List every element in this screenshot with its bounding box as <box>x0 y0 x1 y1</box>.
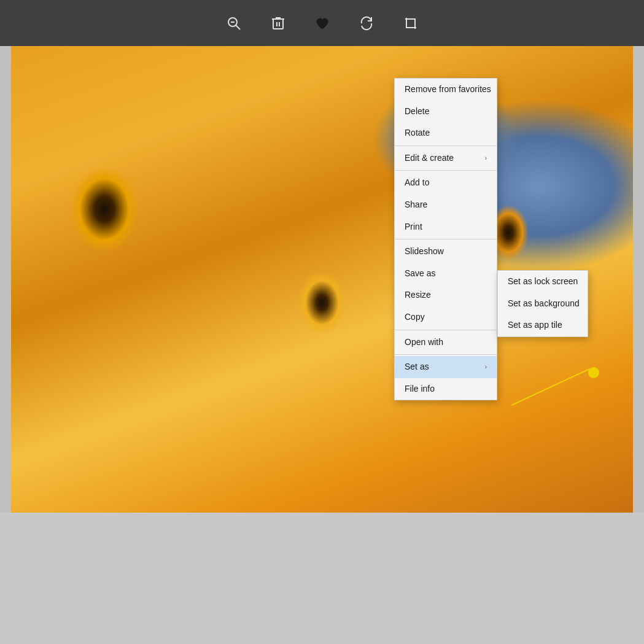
menu-item-remove-favorites[interactable]: Remove from favorites <box>395 79 497 101</box>
menu-item-open-with[interactable]: Open with <box>395 332 497 354</box>
menu-item-delete[interactable]: Delete <box>395 101 497 123</box>
svg-line-1 <box>236 25 240 29</box>
menu-divider-4 <box>395 330 497 330</box>
rotate-icon[interactable] <box>357 14 376 33</box>
bottom-panel <box>0 513 644 644</box>
menu-item-share[interactable]: Share <box>395 194 497 216</box>
menu-divider-1 <box>395 145 497 146</box>
menu-divider-2 <box>395 170 497 171</box>
menu-item-print[interactable]: Print <box>395 216 497 238</box>
menu-item-save-as[interactable]: Save as <box>395 263 497 285</box>
set-as-arrow-icon: › <box>485 363 487 371</box>
svg-rect-3 <box>273 19 283 29</box>
menu-item-resize[interactable]: Resize <box>395 284 497 306</box>
menu-item-rotate[interactable]: Rotate <box>395 122 497 144</box>
delete-icon[interactable] <box>268 14 288 33</box>
menu-item-add-to[interactable]: Add to <box>395 172 497 194</box>
submenu-arrow-icon: › <box>485 154 487 163</box>
set-as-submenu: Set as lock screen Set as background Set… <box>497 270 588 337</box>
yellow-indicator-dot <box>588 367 599 378</box>
menu-item-set-lock-screen[interactable]: Set as lock screen <box>498 271 588 293</box>
menu-item-copy[interactable]: Copy <box>395 306 497 328</box>
zoom-out-icon[interactable] <box>224 14 244 33</box>
menu-item-edit-create[interactable]: Edit & create › <box>395 147 497 169</box>
menu-divider-5 <box>395 354 497 355</box>
menu-item-set-app-tile[interactable]: Set as app tile <box>498 314 588 336</box>
menu-item-slideshow[interactable]: Slideshow <box>395 241 497 263</box>
context-menu: Remove from favorites Delete Rotate Edit… <box>394 78 497 400</box>
crop-icon[interactable] <box>401 14 421 33</box>
menu-item-file-info[interactable]: File info <box>395 378 497 400</box>
favorite-icon[interactable] <box>312 14 332 33</box>
menu-item-set-as[interactable]: Set as › <box>395 356 497 378</box>
menu-divider-3 <box>395 239 497 239</box>
toolbar <box>0 0 644 46</box>
menu-item-set-background[interactable]: Set as background <box>498 293 588 315</box>
